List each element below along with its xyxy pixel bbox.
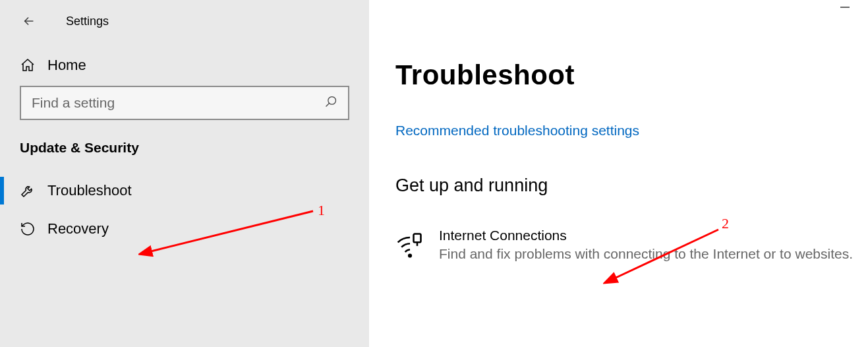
home-label: Home [47, 57, 86, 74]
home-nav[interactable]: Home [0, 49, 369, 86]
page-title: Troubleshoot [395, 59, 868, 91]
sidebar: Settings Home Update & Security Troubles… [0, 0, 369, 347]
main-content: Troubleshoot Recommended troubleshooting… [369, 0, 868, 347]
search-icon [324, 95, 337, 111]
search-container [0, 86, 369, 140]
sidebar-item-troubleshoot[interactable]: Troubleshoot [0, 172, 369, 210]
topbar: Settings [0, 12, 369, 49]
home-icon [20, 57, 37, 73]
sidebar-item-label: Recovery [47, 220, 109, 237]
back-button[interactable] [20, 12, 38, 30]
section-heading: Get up and running [395, 175, 868, 196]
minimize-button[interactable] [840, 7, 850, 8]
app-title: Settings [66, 15, 109, 28]
sidebar-item-label: Troubleshoot [47, 182, 132, 199]
sidebar-item-recovery[interactable]: Recovery [0, 210, 369, 248]
back-arrow-icon [22, 14, 36, 28]
troubleshooter-item-internet[interactable]: Internet Connections Find and fix proble… [395, 228, 868, 262]
svg-rect-2 [414, 234, 421, 243]
wifi-icon [395, 228, 426, 262]
troubleshooter-desc: Find and fix problems with connecting to… [439, 246, 853, 262]
search-input[interactable] [32, 95, 324, 111]
wrench-icon [20, 183, 37, 199]
troubleshooter-body: Internet Connections Find and fix proble… [439, 228, 853, 262]
svg-point-0 [328, 97, 336, 105]
recovery-icon [20, 221, 37, 237]
svg-point-1 [409, 255, 411, 257]
section-label: Update & Security [0, 140, 369, 172]
search-box[interactable] [20, 86, 349, 120]
troubleshooter-title: Internet Connections [439, 228, 853, 243]
recommended-settings-link[interactable]: Recommended troubleshooting settings [395, 123, 639, 139]
